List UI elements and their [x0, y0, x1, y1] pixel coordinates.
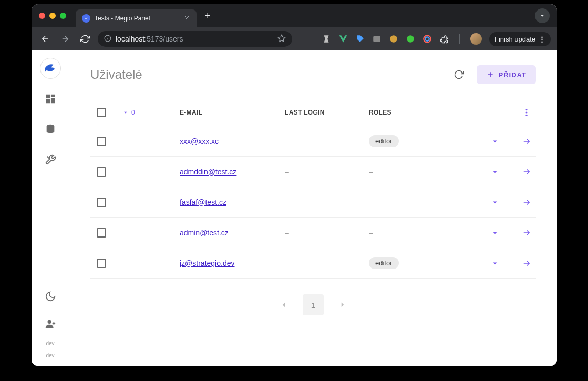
svg-point-20	[526, 114, 528, 116]
refresh-button[interactable]	[449, 65, 468, 84]
column-roles[interactable]: ROLES	[369, 109, 479, 116]
sidebar-dark-mode-icon[interactable]	[40, 286, 61, 307]
profile-avatar[interactable]	[470, 33, 482, 45]
browser-titlebar: Tests - Megio Panel +	[32, 4, 557, 27]
select-all-checkbox[interactable]	[97, 108, 106, 117]
roles-cell: –	[369, 229, 479, 237]
page-title: Uživatelé	[90, 67, 142, 82]
toolbar-separator	[459, 34, 460, 44]
chevron-down-icon	[490, 198, 500, 207]
site-info-icon[interactable]	[104, 35, 111, 44]
email-link[interactable]: jz@strategio.dev	[180, 259, 234, 267]
sidebar-footer-label-1: dev	[46, 341, 54, 346]
maximize-window-button[interactable]	[60, 13, 66, 19]
svg-point-15	[47, 320, 51, 324]
row-checkbox[interactable]	[97, 259, 106, 268]
forward-button[interactable]	[58, 32, 73, 46]
column-last-login[interactable]: LAST LOGIN	[285, 109, 369, 116]
row-open-button[interactable]	[511, 228, 542, 238]
email-link[interactable]: xxx@xxx.xc	[180, 137, 219, 146]
extension-vue-icon[interactable]	[338, 34, 348, 44]
extension-tag-icon[interactable]	[355, 34, 365, 44]
arrow-right-icon	[522, 198, 531, 207]
table-header-menu[interactable]	[511, 108, 542, 117]
add-button-label: PŘIDAT	[499, 71, 527, 79]
roles-cell: –	[369, 198, 479, 207]
row-open-button[interactable]	[511, 198, 542, 207]
reload-button[interactable]	[78, 32, 92, 46]
svg-point-18	[526, 109, 528, 110]
tab-favicon-icon	[82, 14, 90, 23]
extensions-puzzle-icon[interactable]	[439, 34, 449, 44]
minimize-window-button[interactable]	[49, 13, 56, 19]
role-badge: editor	[369, 257, 399, 269]
update-label: Finish update	[494, 35, 535, 43]
app-logo[interactable]	[40, 58, 61, 79]
email-link[interactable]: admin@test.cz	[180, 229, 229, 237]
sidebar: dev dev	[32, 50, 69, 366]
chevron-down-icon	[490, 137, 500, 146]
svg-rect-10	[46, 95, 49, 98]
finish-update-button[interactable]: Finish update ⋮	[489, 32, 551, 46]
row-checkbox[interactable]	[97, 137, 106, 146]
extension-svelte-icon[interactable]	[322, 34, 331, 44]
svg-marker-4	[278, 35, 285, 42]
arrow-right-icon	[522, 167, 531, 177]
arrow-right-icon	[522, 259, 531, 268]
sidebar-database-icon[interactable]	[40, 119, 61, 140]
svg-point-9	[425, 37, 429, 41]
tab-title: Tests - Megio Panel	[95, 15, 150, 22]
arrow-right-icon	[522, 137, 531, 146]
extension-cookie-icon[interactable]	[389, 34, 398, 44]
bookmark-star-icon[interactable]	[277, 34, 286, 44]
row-expand-button[interactable]	[479, 198, 511, 207]
table-header: 0 E-MAIL LAST LOGIN ROLES	[90, 99, 536, 126]
column-email[interactable]: E-MAIL	[180, 109, 285, 116]
browser-window: Tests - Megio Panel + localhost	[32, 4, 557, 366]
chevron-down-icon	[122, 109, 129, 116]
new-tab-button[interactable]: +	[201, 11, 215, 22]
extension-colorful-icon[interactable]	[422, 34, 432, 44]
email-link[interactable]: admddin@test.cz	[180, 168, 236, 176]
row-checkbox[interactable]	[97, 167, 106, 177]
kebab-menu-icon: ⋮	[539, 35, 545, 43]
email-link[interactable]: fasfaf@test.cz	[180, 198, 226, 207]
tab-close-icon[interactable]	[184, 15, 190, 23]
browser-tab[interactable]: Tests - Megio Panel	[76, 9, 197, 27]
browser-toolbar: localhost:5173/users Finish update ⋮	[32, 27, 557, 50]
svg-rect-13	[46, 99, 49, 103]
row-expand-button[interactable]	[479, 167, 511, 177]
sidebar-tools-icon[interactable]	[40, 149, 61, 170]
row-expand-button[interactable]	[479, 228, 511, 238]
row-checkbox[interactable]	[97, 228, 106, 238]
close-window-button[interactable]	[39, 13, 45, 19]
row-open-button[interactable]	[511, 259, 542, 268]
extension-devtools-icon[interactable]	[372, 34, 381, 44]
selected-count[interactable]: 0	[122, 109, 180, 116]
add-button[interactable]: PŘIDAT	[477, 65, 536, 84]
address-bar[interactable]: localhost:5173/users	[98, 31, 292, 47]
plus-icon	[486, 70, 494, 79]
sidebar-dashboard-icon[interactable]	[40, 88, 61, 109]
row-expand-button[interactable]	[479, 259, 511, 268]
sidebar-add-user-icon[interactable]	[40, 313, 61, 334]
svg-point-7	[407, 35, 414, 43]
last-login-value: –	[285, 259, 289, 267]
row-expand-button[interactable]	[479, 137, 511, 146]
table-row: jz@strategio.dev – editor	[90, 248, 536, 279]
arrow-right-icon	[522, 228, 531, 238]
row-open-button[interactable]	[511, 167, 542, 177]
main-content: Uživatelé PŘIDAT 0	[69, 50, 557, 366]
pagination-prev[interactable]	[274, 295, 293, 314]
svg-point-0	[84, 16, 88, 20]
window-menu-button[interactable]	[535, 8, 550, 23]
last-login-value: –	[285, 198, 289, 207]
back-button[interactable]	[38, 32, 53, 46]
empty-roles: –	[369, 168, 373, 176]
extension-adblock-icon[interactable]	[406, 34, 415, 44]
pagination-next[interactable]	[333, 295, 352, 314]
page-header: Uživatelé PŘIDAT	[90, 65, 536, 84]
row-open-button[interactable]	[511, 137, 542, 146]
empty-roles: –	[369, 229, 373, 237]
row-checkbox[interactable]	[97, 198, 106, 207]
